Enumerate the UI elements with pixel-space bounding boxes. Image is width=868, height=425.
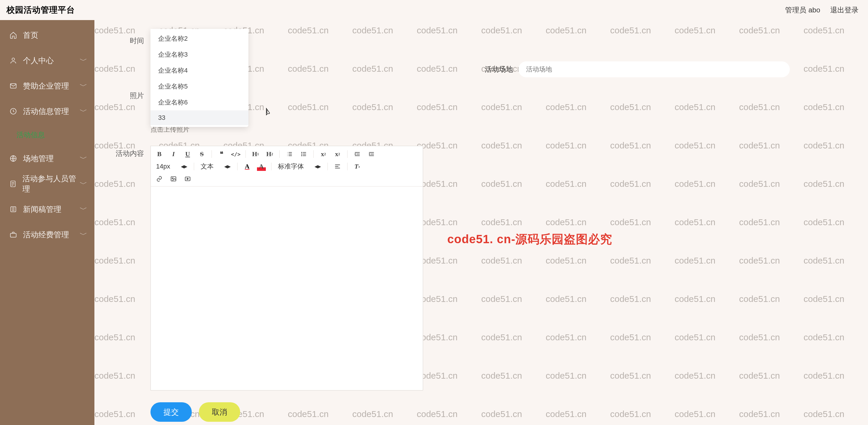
sidebar-item-participants[interactable]: 活动参与人员管理 ﹀ bbox=[0, 171, 94, 196]
user-label[interactable]: 管理员 abo bbox=[785, 5, 820, 15]
header-right: 管理员 abo 退出登录 bbox=[785, 5, 859, 15]
format-select[interactable]: 文本◂▸ bbox=[199, 162, 232, 171]
sidebar-item-label: 活动信息 bbox=[17, 130, 45, 140]
underline-icon[interactable]: U bbox=[183, 150, 192, 158]
outdent-icon[interactable] bbox=[353, 150, 362, 158]
separator bbox=[245, 150, 246, 158]
svg-point-0 bbox=[12, 58, 15, 61]
editor-toolbar: B I U S ❝ </> H1 H2 bbox=[151, 146, 423, 186]
superscript-icon[interactable]: x2 bbox=[333, 150, 342, 158]
watermark-overlay-text: code51. cn-源码乐园盗图必究 bbox=[447, 231, 612, 247]
app-title: 校园活动管理平台 bbox=[6, 4, 75, 16]
sidebar-item-label: 首页 bbox=[23, 30, 38, 40]
chevron-down-icon: ﹀ bbox=[80, 153, 87, 164]
separator bbox=[212, 150, 212, 158]
sidebar-item-sponsor[interactable]: 赞助企业管理 ﹀ bbox=[0, 73, 94, 98]
indent-icon[interactable] bbox=[367, 150, 376, 158]
sidebar-item-budget[interactable]: 活动经费管理 ﹀ bbox=[0, 222, 94, 247]
chevron-down-icon: ﹀ bbox=[80, 230, 87, 240]
home-icon bbox=[9, 31, 18, 39]
cancel-button[interactable]: 取消 bbox=[199, 402, 240, 422]
user-icon bbox=[9, 57, 18, 64]
chevron-down-icon: ﹀ bbox=[80, 56, 87, 66]
separator bbox=[313, 150, 314, 158]
sidebar-item-label: 活动经费管理 bbox=[23, 230, 69, 240]
sidebar-item-activity-info[interactable]: 活动信息 bbox=[0, 124, 94, 146]
separator bbox=[194, 163, 194, 170]
form-buttons: 提交 取消 bbox=[151, 402, 856, 422]
italic-icon[interactable]: I bbox=[169, 150, 178, 158]
separator bbox=[237, 163, 238, 170]
chevron-down-icon: ﹀ bbox=[80, 179, 87, 189]
rich-text-editor: B I U S ❝ </> H1 H2 bbox=[151, 146, 423, 391]
font-size-select[interactable]: 14px◂▸ bbox=[155, 163, 189, 170]
code-icon[interactable]: </> bbox=[231, 150, 240, 158]
sidebar-item-label: 活动参与人员管理 bbox=[23, 174, 80, 194]
bg-color-icon[interactable]: A bbox=[257, 162, 266, 171]
globe-icon bbox=[9, 155, 18, 162]
sidebar-item-label: 场地管理 bbox=[23, 153, 54, 164]
doc-icon bbox=[9, 180, 17, 188]
svg-point-7 bbox=[302, 152, 302, 153]
text-color-icon[interactable]: A bbox=[243, 162, 252, 171]
dropdown-option[interactable]: 33 bbox=[151, 111, 248, 125]
time-label: 时间 bbox=[106, 33, 151, 45]
chevron-down-icon: ﹀ bbox=[80, 81, 87, 91]
svg-point-9 bbox=[302, 155, 302, 156]
venue-label: 活动场地 bbox=[485, 65, 513, 74]
sidebar-item-home[interactable]: 首页 bbox=[0, 23, 94, 48]
content-label: 活动内容 bbox=[106, 146, 151, 158]
h1-icon[interactable]: H1 bbox=[251, 150, 260, 158]
align-icon[interactable] bbox=[333, 162, 342, 171]
bold-icon[interactable]: B bbox=[155, 150, 164, 158]
video-icon[interactable] bbox=[183, 175, 192, 183]
header: 校园活动管理平台 管理员 abo 退出登录 bbox=[0, 0, 868, 20]
clear-format-icon[interactable]: Tx bbox=[353, 162, 362, 171]
separator bbox=[271, 163, 272, 170]
sidebar-item-label: 个人中心 bbox=[23, 56, 54, 66]
dropdown-option[interactable]: 企业名称4 bbox=[151, 63, 248, 79]
dropdown-option[interactable]: 企业名称6 bbox=[151, 94, 248, 111]
upload-hint: 点击上传照片 bbox=[151, 125, 856, 134]
chevron-down-icon: ﹀ bbox=[80, 204, 87, 215]
link-icon[interactable] bbox=[155, 175, 164, 183]
company-dropdown: 企业名称2 企业名称3 企业名称4 企业名称5 企业名称6 33 bbox=[151, 29, 248, 127]
dropdown-option[interactable]: 企业名称2 bbox=[151, 31, 248, 47]
venue-input[interactable] bbox=[518, 61, 790, 77]
sidebar-item-label: 活动信息管理 bbox=[23, 106, 69, 117]
font-family-select[interactable]: 标准字体◂▸ bbox=[277, 162, 322, 171]
svg-rect-6 bbox=[10, 234, 16, 237]
sidebar: 首页 个人中心 ﹀ 赞助企业管理 ﹀ 活动信息管理 ﹀ 活动信息 bbox=[0, 20, 94, 425]
subscript-icon[interactable]: x2 bbox=[319, 150, 328, 158]
submit-button[interactable]: 提交 bbox=[151, 402, 192, 422]
logout-link[interactable]: 退出登录 bbox=[830, 5, 859, 15]
sidebar-item-activity-info-mgmt[interactable]: 活动信息管理 ﹀ bbox=[0, 98, 94, 124]
sidebar-item-label: 新闻稿管理 bbox=[23, 204, 61, 215]
editor-body[interactable] bbox=[151, 186, 423, 390]
svg-point-11 bbox=[172, 178, 173, 179]
doc2-icon bbox=[9, 205, 18, 213]
venue-field: 活动场地 bbox=[485, 61, 790, 77]
chevron-down-icon: ﹀ bbox=[80, 106, 87, 117]
main-content: code51.cncode51.cncode51.cncode51.cncode… bbox=[94, 20, 868, 425]
svg-rect-1 bbox=[10, 84, 16, 88]
h2-icon[interactable]: H2 bbox=[265, 150, 274, 158]
photo-label: 照片 bbox=[106, 88, 151, 100]
sidebar-item-venue[interactable]: 场地管理 ﹀ bbox=[0, 146, 94, 171]
image-icon[interactable] bbox=[169, 175, 178, 183]
separator bbox=[328, 163, 328, 170]
clock-icon bbox=[9, 108, 18, 115]
sidebar-item-press[interactable]: 新闻稿管理 ﹀ bbox=[0, 196, 94, 222]
briefcase-icon bbox=[9, 231, 18, 239]
dropdown-option[interactable]: 企业名称3 bbox=[151, 47, 248, 63]
sidebar-item-label: 赞助企业管理 bbox=[23, 81, 69, 91]
dropdown-option[interactable]: 企业名称5 bbox=[151, 79, 248, 94]
strike-icon[interactable]: S bbox=[197, 150, 206, 158]
unordered-list-icon[interactable] bbox=[299, 150, 308, 158]
separator bbox=[279, 150, 280, 158]
quote-icon[interactable]: ❝ bbox=[217, 150, 226, 158]
ordered-list-icon[interactable] bbox=[285, 150, 294, 158]
sidebar-item-profile[interactable]: 个人中心 ﹀ bbox=[0, 48, 94, 73]
svg-point-8 bbox=[302, 154, 302, 154]
mail-icon bbox=[9, 82, 18, 90]
